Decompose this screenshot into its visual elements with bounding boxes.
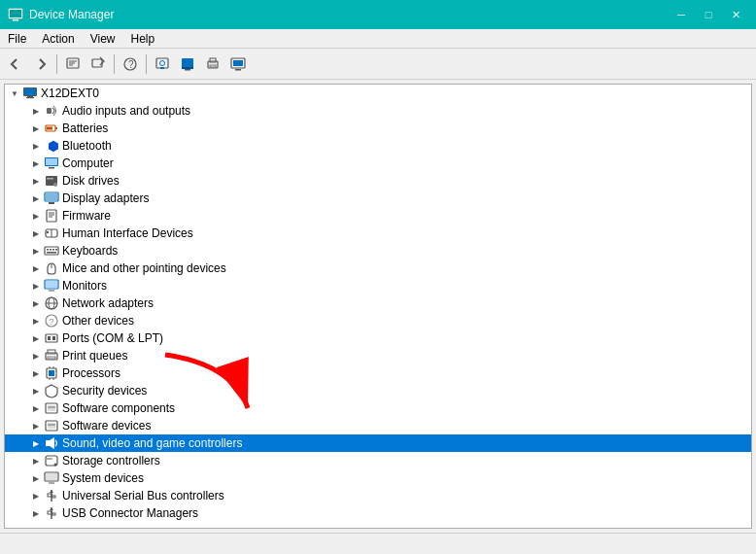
root-label: X12DEXT0 — [41, 87, 99, 100]
toolbar-scan-button[interactable] — [151, 52, 174, 76]
svg-rect-40 — [47, 210, 56, 222]
menu-action[interactable]: Action — [34, 29, 82, 48]
svg-rect-63 — [48, 336, 51, 340]
category-hid[interactable]: ▶ Human Interface Devices — [5, 225, 751, 242]
firmware-expand-arrow[interactable]: ▶ — [28, 208, 44, 224]
category-usb-connector[interactable]: ▶ USB Connector Managers — [5, 504, 751, 522]
toolbar-forward-button[interactable] — [29, 52, 52, 76]
category-software-devices[interactable]: ▶ Software devices — [5, 417, 751, 434]
display-expand-arrow[interactable]: ▶ — [28, 190, 44, 206]
category-print[interactable]: ▶ Print queues — [5, 347, 751, 364]
hid-icon — [44, 225, 59, 241]
computer-expand-arrow[interactable]: ▶ — [28, 156, 44, 171]
category-mice[interactable]: ▶ Mice and other pointing devices — [5, 260, 751, 277]
maximize-button[interactable]: □ — [696, 5, 721, 24]
svg-point-11 — [160, 60, 165, 65]
menu-file[interactable]: File — [0, 29, 34, 48]
category-display[interactable]: ▶ Display adapters — [5, 190, 751, 207]
mice-expand-arrow[interactable]: ▶ — [28, 260, 44, 276]
keyboards-expand-arrow[interactable]: ▶ — [28, 243, 44, 259]
category-processors[interactable]: ▶ Processors — [5, 364, 751, 382]
storage-icon — [44, 453, 59, 468]
print-expand-arrow[interactable]: ▶ — [28, 348, 44, 364]
toolbar-properties-button[interactable] — [61, 52, 85, 76]
svg-rect-47 — [45, 247, 58, 255]
svg-rect-29 — [47, 127, 52, 130]
processors-expand-arrow[interactable]: ▶ — [28, 365, 44, 381]
svg-rect-80 — [46, 440, 50, 446]
toolbar-view-button[interactable] — [176, 52, 199, 76]
toolbar-separator-3 — [146, 54, 147, 74]
firmware-icon — [44, 208, 59, 224]
audio-expand-arrow[interactable]: ▶ — [28, 103, 44, 119]
category-batteries[interactable]: ▶ Batteries — [5, 120, 751, 137]
svg-rect-48 — [47, 249, 49, 251]
menu-view[interactable]: View — [83, 29, 123, 48]
root-expand-arrow[interactable]: ▼ — [7, 86, 22, 101]
svg-text:?: ? — [50, 317, 54, 327]
category-network[interactable]: ▶ Network adapters — [5, 294, 751, 312]
menu-help[interactable]: Help — [123, 29, 163, 48]
category-computer[interactable]: ▶ Computer — [5, 155, 751, 172]
software-devices-expand-arrow[interactable]: ▶ — [28, 418, 44, 433]
category-system[interactable]: ▶ System devices — [5, 469, 751, 487]
sound-expand-arrow[interactable]: ▶ — [28, 435, 44, 451]
print-icon — [44, 348, 59, 364]
toolbar-back-button[interactable] — [4, 52, 27, 76]
ports-expand-arrow[interactable]: ▶ — [28, 330, 44, 346]
main-content: ▼ X12DEXT0 ▶ — [0, 80, 756, 533]
audio-label: Audio inputs and outputs — [62, 104, 190, 118]
svg-point-46 — [47, 231, 49, 233]
ports-label: Ports (COM & LPT) — [62, 331, 163, 345]
category-firmware[interactable]: ▶ Firmware — [5, 207, 751, 225]
usb-connector-expand-arrow[interactable]: ▶ — [28, 505, 44, 521]
usb-expand-arrow[interactable]: ▶ — [28, 488, 44, 503]
category-security[interactable]: ▶ Security devices — [5, 382, 751, 399]
minimize-button[interactable]: ─ — [669, 5, 694, 24]
toolbar-print-button[interactable] — [201, 52, 224, 76]
software-components-expand-arrow[interactable]: ▶ — [28, 400, 44, 416]
network-expand-arrow[interactable]: ▶ — [28, 295, 44, 311]
category-bluetooth[interactable]: ▶ ⬢ Bluetooth — [5, 137, 751, 155]
tree-root-item[interactable]: ▼ X12DEXT0 — [5, 85, 751, 102]
category-sound[interactable]: ▶ Sound, video and game controllers — [5, 434, 751, 452]
category-disk[interactable]: ▶ Disk drives — [5, 172, 751, 190]
category-other[interactable]: ▶ ? Other devices — [5, 312, 751, 329]
storage-expand-arrow[interactable]: ▶ — [28, 453, 44, 468]
hid-label: Human Interface Devices — [62, 226, 193, 240]
other-expand-arrow[interactable]: ▶ — [28, 313, 44, 329]
app-icon — [8, 7, 23, 22]
other-icon: ? — [44, 313, 59, 329]
computer-icon — [44, 156, 59, 171]
bluetooth-label: Bluetooth — [62, 139, 112, 153]
system-expand-arrow[interactable]: ▶ — [28, 470, 44, 486]
security-expand-arrow[interactable]: ▶ — [28, 383, 44, 398]
monitors-expand-arrow[interactable]: ▶ — [28, 278, 44, 294]
toolbar: ? — [0, 49, 756, 80]
usb-connector-icon — [44, 505, 59, 521]
svg-rect-2 — [13, 19, 18, 21]
category-monitors[interactable]: ▶ Monitors — [5, 277, 751, 294]
svg-rect-28 — [55, 127, 57, 129]
disk-expand-arrow[interactable]: ▶ — [28, 173, 44, 189]
toolbar-help-button[interactable]: ? — [119, 52, 142, 76]
svg-rect-86 — [49, 482, 54, 484]
other-label: Other devices — [62, 314, 134, 328]
close-button[interactable]: ✕ — [723, 5, 748, 24]
tree-view[interactable]: ▼ X12DEXT0 ▶ — [4, 84, 752, 529]
toolbar-monitor-button[interactable] — [226, 52, 250, 76]
category-software-components[interactable]: ▶ Software components — [5, 399, 751, 417]
toolbar-update-button[interactable] — [86, 52, 110, 76]
category-audio[interactable]: ▶ Audio inputs and outputs — [5, 102, 751, 120]
display-label: Display adapters — [62, 191, 149, 205]
category-keyboards[interactable]: ▶ Keyboards — [5, 242, 751, 260]
ports-icon — [44, 330, 59, 346]
bluetooth-expand-arrow[interactable]: ▶ — [28, 138, 44, 154]
monitors-icon — [44, 278, 59, 294]
svg-rect-23 — [24, 88, 36, 95]
batteries-expand-arrow[interactable]: ▶ — [28, 121, 44, 136]
category-ports[interactable]: ▶ Ports (COM & LPT) — [5, 329, 751, 347]
category-usb[interactable]: ▶ Universal Serial Bus controllers — [5, 487, 751, 504]
hid-expand-arrow[interactable]: ▶ — [28, 225, 44, 241]
category-storage[interactable]: ▶ Storage controllers — [5, 452, 751, 469]
